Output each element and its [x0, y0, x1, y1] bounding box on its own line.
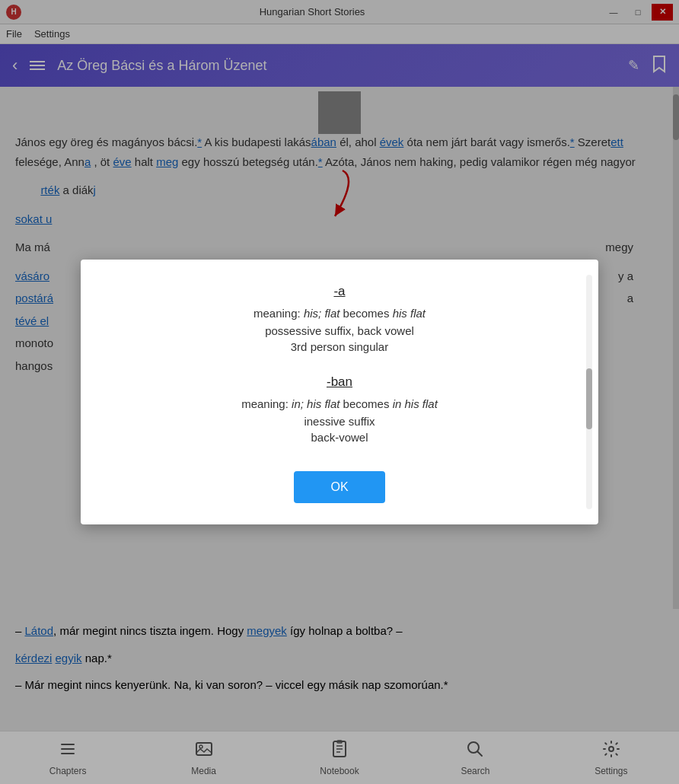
- suffix-a-desc2: 3rd person singular: [111, 340, 568, 353]
- meaning-prefix2: meaning:: [241, 397, 292, 410]
- meaning-italic1: his;: [304, 307, 321, 320]
- suffix-ban-desc2: back-vowel: [111, 431, 568, 444]
- meaning-italic-in-his-flat: in his flat: [393, 397, 438, 410]
- suffix-ban-meaning: meaning: in; his flat becomes in his fla…: [111, 397, 568, 410]
- meaning-italic3a: his flat: [393, 307, 426, 320]
- suffix-a-title: -a: [111, 284, 568, 299]
- meaning-italic-his-flat: his flat: [307, 397, 340, 410]
- meaning-becomes2: becomes: [340, 397, 392, 410]
- meaning-becomes1: becomes: [340, 307, 392, 320]
- modal-overlay: -a meaning: his; flat becomes his flat p…: [0, 0, 679, 784]
- ok-button[interactable]: OK: [294, 471, 384, 503]
- meaning-italic-in: in;: [292, 397, 304, 410]
- suffix-ban-desc1: inessive suffix: [111, 415, 568, 428]
- meaning-italic2a: flat: [324, 307, 340, 320]
- suffix-a-section: -a meaning: his; flat becomes his flat p…: [111, 284, 568, 353]
- suffix-a-desc1: possessive suffix, back vowel: [111, 324, 568, 337]
- dialog-scrollbar[interactable]: [586, 275, 592, 509]
- suffix-a-meaning: meaning: his; flat becomes his flat: [111, 307, 568, 320]
- meaning-prefix: meaning:: [253, 307, 304, 320]
- suffix-ban-title: -ban: [111, 374, 568, 390]
- dialog-scrollbar-thumb[interactable]: [586, 368, 592, 429]
- suffix-ban-section: -ban meaning: in; his flat becomes in hi…: [111, 374, 568, 444]
- grammar-dialog: -a meaning: his; flat becomes his flat p…: [81, 260, 598, 524]
